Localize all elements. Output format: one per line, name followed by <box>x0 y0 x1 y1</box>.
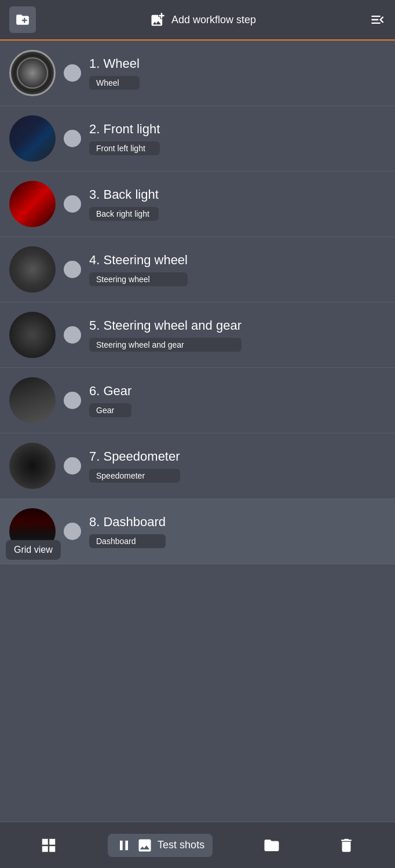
item-title-3: 3. Back light <box>89 187 159 202</box>
item-title-5: 5. Steering wheel and gear <box>89 318 242 333</box>
folder-add-icon <box>15 12 30 27</box>
item-info-8: 8. Dashboard Dashboard <box>89 515 166 548</box>
workflow-item-7[interactable]: 7. Speedometer Speedometer <box>0 433 395 499</box>
top-bar: Add workflow step <box>0 0 395 41</box>
menu-icon <box>370 12 386 28</box>
item-badge-4: Steering wheel <box>89 272 188 286</box>
grid-view-button[interactable] <box>33 832 64 859</box>
item-thumbnail-4 <box>9 246 56 293</box>
workflow-item-1[interactable]: 1. Wheel Wheel <box>0 41 395 106</box>
radio-button-4[interactable] <box>64 261 81 278</box>
item-badge-3: Back right light <box>89 207 159 221</box>
item-badge-7: Speedometer <box>89 469 180 483</box>
image-icon <box>137 837 153 854</box>
item-thumbnail-2 <box>9 115 56 162</box>
bottom-toolbar: Test shots <box>0 822 395 868</box>
grid-icon <box>40 837 57 854</box>
folder-button[interactable] <box>256 832 287 859</box>
item-thumbnail-6 <box>9 377 56 424</box>
delete-button[interactable] <box>331 832 362 859</box>
item-badge-8: Dashboard <box>89 534 166 548</box>
menu-button[interactable] <box>370 12 386 28</box>
workflow-item-6[interactable]: 6. Gear Gear <box>0 368 395 433</box>
pause-icon <box>116 837 132 854</box>
item-thumbnail-3 <box>9 181 56 227</box>
item-badge-6: Gear <box>89 403 131 417</box>
item-badge-2: Front left light <box>89 141 160 155</box>
item-thumbnail-1 <box>9 50 56 96</box>
item-title-1: 1. Wheel <box>89 56 140 71</box>
add-image-icon <box>149 12 166 28</box>
radio-button-3[interactable] <box>64 195 81 213</box>
item-info-5: 5. Steering wheel and gear Steering whee… <box>89 318 242 352</box>
item-title-4: 4. Steering wheel <box>89 253 188 268</box>
test-shots-label: Test shots <box>158 839 204 851</box>
item-info-6: 6. Gear Gear <box>89 384 131 417</box>
item-info-4: 4. Steering wheel Steering wheel <box>89 253 188 286</box>
add-workflow-label: Add workflow step <box>171 14 256 26</box>
item-badge-5: Steering wheel and gear <box>89 338 242 352</box>
trash-icon <box>338 837 355 854</box>
folder-add-button[interactable] <box>9 6 36 33</box>
workflow-item-2[interactable]: 2. Front light Front left light <box>0 106 395 172</box>
item-info-1: 1. Wheel Wheel <box>89 56 140 90</box>
item-title-6: 6. Gear <box>89 384 131 399</box>
workflow-item-4[interactable]: 4. Steering wheel Steering wheel <box>0 237 395 302</box>
item-title-7: 7. Speedometer <box>89 449 180 464</box>
add-workflow-step-button[interactable]: Add workflow step <box>149 12 256 28</box>
workflow-list: 1. Wheel Wheel 2. Front light Front left… <box>0 41 395 822</box>
workflow-item-3[interactable]: 3. Back light Back right light <box>0 172 395 237</box>
radio-button-8[interactable] <box>64 523 81 540</box>
item-info-7: 7. Speedometer Speedometer <box>89 449 180 483</box>
item-thumbnail-5 <box>9 312 56 358</box>
item-thumbnail-7 <box>9 443 56 489</box>
test-shots-section[interactable]: Test shots <box>108 834 213 857</box>
workflow-item-5[interactable]: 5. Steering wheel and gear Steering whee… <box>0 302 395 368</box>
radio-button-2[interactable] <box>64 130 81 147</box>
item-title-2: 2. Front light <box>89 122 160 137</box>
item-badge-1: Wheel <box>89 76 140 90</box>
radio-button-5[interactable] <box>64 326 81 344</box>
grid-view-tooltip: Grid view <box>6 540 61 560</box>
item-info-3: 3. Back light Back right light <box>89 187 159 221</box>
item-title-8: 8. Dashboard <box>89 515 166 530</box>
folder-icon <box>263 837 280 854</box>
radio-button-7[interactable] <box>64 457 81 475</box>
radio-button-1[interactable] <box>64 64 81 82</box>
item-info-2: 2. Front light Front left light <box>89 122 160 155</box>
radio-button-6[interactable] <box>64 392 81 409</box>
